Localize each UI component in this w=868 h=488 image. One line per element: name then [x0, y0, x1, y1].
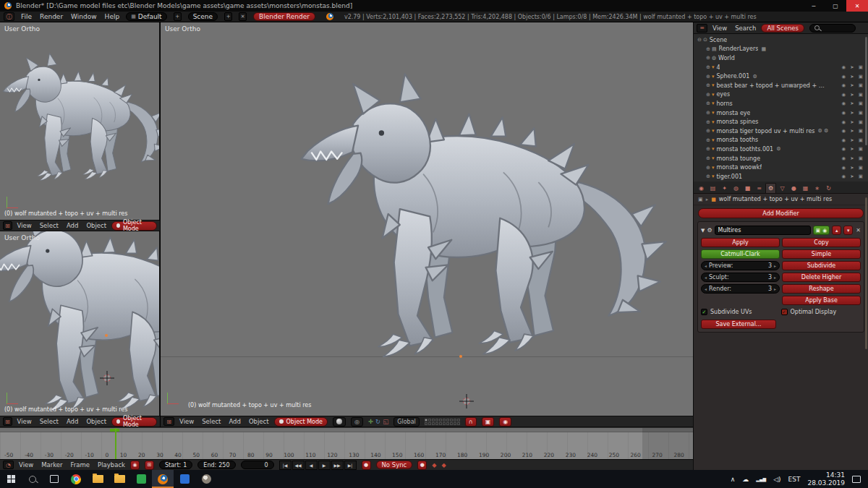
render-engine-selector[interactable]: Blender Render: [253, 12, 315, 21]
outliner-row[interactable]: ⊖ ⊙ Scene: [694, 35, 868, 45]
delete-modifier-icon[interactable]: ✕: [856, 227, 861, 234]
viewport-bottom-left[interactable]: User Ortho (0) wolf mutanted + topo + uv…: [0, 231, 160, 416]
decrement-icon[interactable]: ◂: [705, 263, 707, 268]
add-modifier-button[interactable]: Add Modifier: [698, 208, 864, 218]
properties-tab[interactable]: ✦: [719, 183, 730, 193]
outliner-row[interactable]: ⊕ ▾ monsta woowkf ◉ ➤ ▣: [694, 163, 868, 172]
outliner-item-label[interactable]: horns: [716, 100, 732, 107]
expander-icon[interactable]: ⊕: [706, 119, 710, 125]
outliner-row[interactable]: ⊕ ▾ Sphere.001 ⚙ ◉ ➤ ▣: [694, 72, 868, 81]
editor-type-icon[interactable]: ◔: [3, 461, 14, 469]
mode-selector[interactable]: Object Mode: [274, 417, 328, 427]
modifier-action-button[interactable]: Apply Base: [782, 296, 861, 305]
editor-type-icon[interactable]: ⓘ: [4, 12, 14, 21]
window-control-button[interactable]: ▢: [825, 0, 846, 12]
modifier-action-button[interactable]: Delete Higher: [782, 273, 861, 282]
folder-button[interactable]: [109, 470, 130, 488]
properties-tab[interactable]: ∗: [812, 183, 822, 193]
file-explorer-button[interactable]: [87, 470, 109, 488]
menu-item[interactable]: Playback: [98, 461, 125, 468]
expander-icon[interactable]: ⊕: [706, 128, 710, 134]
outliner-item-label[interactable]: monsta eye: [716, 110, 750, 116]
outliner-row[interactable]: ⊕ ▾ monsta toothts.001 ⚙ ◉ ➤ ▣: [694, 145, 868, 154]
editor-type-icon[interactable]: ⊞: [3, 417, 12, 426]
menu-item[interactable]: Object: [86, 418, 106, 425]
checkbox-row[interactable]: ✓ Subdivide UVs: [701, 309, 781, 315]
modifier-display-toggles[interactable]: ▣ ◉: [813, 226, 830, 235]
rotate-manipulator-icon[interactable]: ↻: [375, 418, 380, 425]
expander-icon[interactable]: ⊕: [706, 155, 710, 161]
expander-icon[interactable]: ⊕: [706, 55, 710, 61]
gimp-button[interactable]: [195, 470, 217, 488]
menu-item[interactable]: Select: [202, 418, 221, 425]
outliner-row[interactable]: ⊕ ▾ monsta spines ◉ ➤ ▣: [694, 117, 868, 127]
menu-item[interactable]: Add: [229, 418, 240, 425]
expander-icon[interactable]: ⊕: [706, 92, 710, 98]
increment-icon[interactable]: ▸: [774, 275, 776, 280]
menu-item[interactable]: View: [17, 222, 32, 229]
keying-set-remove-icon[interactable]: ◆: [441, 462, 446, 468]
opengl-render-button[interactable]: ◉: [499, 417, 511, 427]
outliner-item-label[interactable]: eyes: [716, 91, 730, 98]
monster-model[interactable]: [0, 41, 160, 199]
menu-item[interactable]: Select: [40, 222, 59, 229]
save-external-button[interactable]: Save External...: [701, 320, 776, 329]
menu-item[interactable]: View: [179, 418, 194, 425]
cursor-3d[interactable]: [102, 373, 112, 383]
visibility-toggle-icons[interactable]: ◉ ➤ ▣: [842, 119, 864, 125]
menu-item[interactable]: Frame: [71, 461, 90, 468]
playback-button[interactable]: ▶|: [344, 461, 357, 470]
expander-icon[interactable]: ⊕: [706, 82, 710, 88]
menu-item[interactable]: View: [17, 418, 32, 425]
breadcrumb-object-name[interactable]: wolf mutanted + topo + uv + multi res: [719, 196, 833, 202]
expander-icon[interactable]: ⊕: [706, 137, 710, 143]
search-button[interactable]: [22, 470, 43, 488]
modifier-action-button[interactable]: Reshape: [782, 284, 861, 294]
preview-range-toggle[interactable]: ◉: [130, 461, 140, 470]
blender-taskbar-button[interactable]: [152, 470, 174, 488]
hidden-icons-chevron[interactable]: ∧: [731, 476, 736, 483]
playback-button[interactable]: ▶: [318, 461, 331, 470]
playback-button[interactable]: |◀: [279, 461, 292, 470]
visibility-toggle-icons[interactable]: ◉ ➤ ▣: [842, 174, 864, 179]
visibility-toggle-icons[interactable]: ◉ ➤ ▣: [842, 155, 864, 161]
outliner-row[interactable]: ⊕ ▤ RenderLayers ▦: [694, 45, 868, 54]
expander-icon[interactable]: ⊕: [706, 165, 710, 171]
layers-widget[interactable]: [425, 419, 460, 425]
properties-scrollbar[interactable]: [865, 197, 867, 349]
menu-item[interactable]: View: [712, 25, 727, 32]
expander-icon[interactable]: ⊕: [706, 174, 710, 179]
decrement-icon[interactable]: ◂: [705, 286, 707, 291]
menu-item[interactable]: Render: [40, 13, 63, 20]
mode-selector[interactable]: Object Mode: [111, 221, 157, 231]
menu-item[interactable]: Add: [67, 222, 78, 229]
outliner-item-label[interactable]: monsta tiger topod uv + multi res: [716, 128, 814, 134]
outliner-item-label[interactable]: monsta tounge: [716, 155, 760, 162]
viewport-top-left[interactable]: User Ortho (0) wolf mutanted + topo + uv…: [0, 22, 160, 220]
outliner-row[interactable]: ⊕ ▾ monsta tounge ◉ ➤ ▣: [694, 154, 868, 163]
outliner-row[interactable]: ⊕ ▾ monsta tiger topod uv + multi res ⚙ …: [694, 127, 868, 136]
transform-orientation-selector[interactable]: Global: [393, 417, 420, 427]
keying-set-icon[interactable]: ◆: [432, 462, 436, 468]
viewport-toggle-icon[interactable]: ◉: [822, 228, 827, 234]
checkbox[interactable]: ✓: [701, 309, 707, 315]
timeline-scroll-strip[interactable]: [0, 428, 693, 432]
add-scene-button[interactable]: +: [224, 12, 232, 21]
expander-icon[interactable]: ⊕: [706, 74, 710, 80]
menu-item[interactable]: File: [21, 13, 32, 20]
monster-model[interactable]: [255, 47, 689, 398]
increment-icon[interactable]: ▸: [774, 286, 776, 291]
task-view-button[interactable]: [43, 470, 65, 488]
outliner-row[interactable]: ⊕ ▾ tiger.001 ◉ ➤ ▣: [694, 172, 868, 181]
outliner-item-label[interactable]: monsta spines: [716, 119, 758, 125]
outliner-row[interactable]: ⊕ ▾ eyes ◉ ➤ ▣: [694, 90, 868, 100]
start-frame-field[interactable]: Start: 1: [159, 461, 192, 469]
timeline-canvas[interactable]: -50-40-30-20-100102030405060708090100110…: [0, 427, 693, 459]
outliner-row[interactable]: ⊕ ▾ beast bear + topod + unwarped + mult…: [694, 81, 868, 90]
end-frame-field[interactable]: End: 250: [197, 461, 235, 469]
outliner-row[interactable]: ⊕ ▾ 4 ◉ ➤ ▣: [694, 63, 868, 72]
outliner-item-label[interactable]: monsta tooths: [716, 137, 758, 143]
outliner-item-label[interactable]: tiger.001: [716, 174, 742, 180]
apply-button[interactable]: Apply: [701, 238, 780, 247]
cursor-3d[interactable]: [461, 396, 472, 406]
